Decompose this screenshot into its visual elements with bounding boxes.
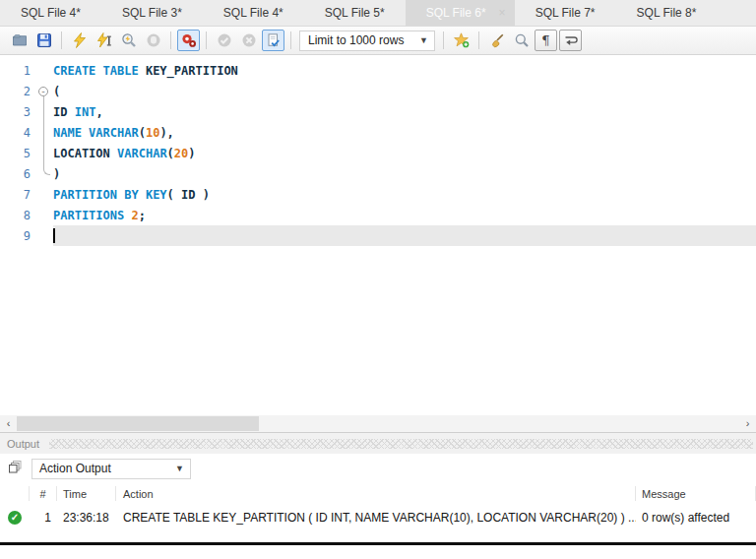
line-number: 7 (0, 188, 35, 202)
toggle-stop-on-error-icon (181, 32, 197, 48)
token-kw: PARTITION BY KEY (53, 188, 167, 202)
tab-sql-file-7[interactable]: SQL File 7* (515, 0, 616, 26)
close-tab-icon[interactable]: × (499, 7, 506, 19)
tab-sql-file-4[interactable]: SQL File 4* (203, 0, 304, 26)
code-text: LOCATION VARCHAR(20) (53, 143, 756, 163)
code-text: NAME VARCHAR(10), (53, 122, 756, 143)
fold-guide-line (43, 101, 44, 122)
code-line[interactable]: 4NAME VARCHAR(10), (0, 122, 756, 143)
code-text: PARTITIONS 2; (53, 205, 756, 225)
toolbar-separator (61, 31, 62, 49)
token-pl: , (95, 105, 102, 119)
toggle-stop-on-error-button[interactable] (177, 30, 200, 51)
scrollbar-thumb[interactable] (17, 416, 259, 431)
tab-sql-file-3[interactable]: SQL File 3* (101, 0, 203, 26)
stop-icon (146, 32, 161, 48)
token-pl: ) (188, 147, 195, 160)
code-line[interactable]: 5LOCATION VARCHAR(20) (0, 143, 756, 163)
token-num: 20 (174, 147, 188, 160)
token-pl: ; (139, 209, 146, 222)
panel-splitter-handle[interactable] (49, 439, 753, 449)
token-pl: ( (167, 147, 174, 160)
fold-collapse-icon[interactable]: - (38, 87, 48, 96)
scroll-right-button[interactable]: › (739, 415, 756, 432)
horizontal-scrollbar[interactable]: ‹ › (0, 415, 756, 432)
row-action: CREATE TABLE KEY_PARTITION ( ID INT, NAM… (116, 511, 636, 525)
open-file-icon (12, 32, 28, 48)
output-row[interactable]: ✓123:36:18CREATE TABLE KEY_PARTITION ( I… (0, 504, 756, 530)
code-line[interactable]: 8PARTITIONS 2; (0, 205, 756, 225)
commit-button[interactable] (213, 30, 235, 51)
rollback-button[interactable] (237, 30, 260, 51)
output-view-dropdown[interactable]: Action Output ▼ (32, 459, 191, 479)
sql-editor[interactable]: 1CREATE TABLE KEY_PARTITION2-(3ID INT,4N… (0, 55, 756, 415)
fold-column (35, 122, 53, 143)
tab-sql-file-8[interactable]: SQL File 8* (616, 0, 718, 26)
chevron-down-icon: ▼ (175, 464, 184, 473)
beautify-button[interactable] (485, 30, 508, 51)
line-number: 8 (0, 209, 35, 222)
code-line[interactable]: 1CREATE TABLE KEY_PARTITION (0, 60, 756, 81)
scrollbar-track[interactable] (17, 415, 739, 432)
save-button[interactable] (32, 30, 55, 51)
fold-column (35, 163, 53, 184)
fold-column (35, 205, 53, 225)
limit-rows-dropdown[interactable]: Limit to 1000 rows▼ (299, 31, 435, 51)
token-pl: ( (53, 85, 60, 98)
find-button[interactable] (510, 30, 533, 51)
stop-button[interactable] (142, 30, 164, 51)
token-kw: CREATE TABLE (53, 64, 146, 78)
output-table-header: #TimeActionMessage (0, 483, 756, 504)
token-pl: ) (196, 188, 210, 202)
invisibles-button[interactable]: ¶ (535, 30, 557, 51)
stacked-pages-icon (7, 459, 23, 478)
column-header-action: Action (116, 486, 636, 501)
execute-button[interactable] (68, 30, 91, 51)
status-cell: ✓ (0, 511, 30, 525)
toolbar-separator (443, 31, 444, 49)
token-num: 2 (131, 209, 138, 222)
token-id: KEY_PARTITION (146, 64, 238, 78)
token-pl: ) (53, 167, 60, 181)
line-number: 5 (0, 147, 35, 160)
token-id: ID (53, 105, 75, 119)
execute-current-button[interactable] (93, 30, 115, 51)
code-line[interactable]: 6) (0, 163, 756, 184)
wrap-text-button[interactable] (559, 30, 582, 51)
open-file-button[interactable] (8, 30, 31, 51)
output-toolbar: Action Output ▼ (0, 454, 756, 483)
code-line[interactable]: 7PARTITION BY KEY( ID ) (0, 184, 756, 205)
fold-column (35, 143, 53, 163)
code-line[interactable]: 9 (0, 225, 756, 246)
column-header-: # (30, 486, 57, 501)
code-text: PARTITION BY KEY( ID ) (53, 184, 756, 205)
line-number: 1 (0, 64, 35, 78)
scroll-left-button[interactable]: ‹ (0, 415, 17, 432)
save-snippet-button[interactable] (450, 30, 472, 51)
text-caret (53, 228, 55, 243)
invisibles-icon: ¶ (541, 31, 549, 49)
execute-current-icon (96, 32, 112, 48)
tab-sql-file-6[interactable]: SQL File 6*× (406, 0, 515, 26)
save-icon (36, 32, 52, 48)
column-header-status (0, 486, 30, 501)
code-text: ) (53, 163, 756, 184)
code-text: ( (53, 81, 756, 101)
tab-label: SQL File 3* (122, 6, 182, 20)
toolbar-separator (170, 31, 171, 49)
token-pl: ), (159, 126, 173, 140)
save-snippet-icon (454, 32, 470, 48)
tab-sql-file-4[interactable]: SQL File 4* (0, 0, 101, 26)
code-text: ID INT, (53, 101, 756, 122)
rollback-icon (241, 32, 257, 48)
token-kw: INT (75, 105, 96, 119)
row-time: 23:36:18 (57, 511, 116, 525)
column-header-time: Time (57, 486, 116, 501)
code-line[interactable]: 2-( (0, 81, 756, 101)
output-table-body: ✓123:36:18CREATE TABLE KEY_PARTITION ( I… (0, 504, 756, 530)
tab-sql-file-5[interactable]: SQL File 5* (304, 0, 406, 26)
toggle-autocommit-button[interactable] (262, 30, 284, 51)
code-line[interactable]: 3ID INT, (0, 101, 756, 122)
explain-button[interactable] (117, 30, 140, 51)
toolbar-separator (206, 31, 207, 49)
